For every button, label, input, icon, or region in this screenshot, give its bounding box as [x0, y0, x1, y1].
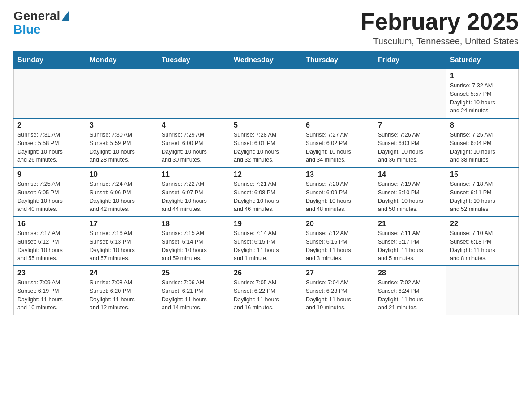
calendar-day-cell: 16Sunrise: 7:17 AM Sunset: 6:12 PM Dayli…: [14, 217, 86, 266]
calendar-day-cell: 24Sunrise: 7:08 AM Sunset: 6:20 PM Dayli…: [86, 266, 158, 315]
day-sun-info: Sunrise: 7:16 AM Sunset: 6:13 PM Dayligh…: [90, 229, 154, 263]
calendar-day-cell: [86, 69, 158, 118]
month-title: February 2025: [360, 9, 519, 34]
calendar-day-cell: 13Sunrise: 7:20 AM Sunset: 6:09 PM Dayli…: [302, 167, 374, 217]
calendar-week-row: 23Sunrise: 7:09 AM Sunset: 6:19 PM Dayli…: [14, 266, 519, 315]
day-sun-info: Sunrise: 7:12 AM Sunset: 6:16 PM Dayligh…: [306, 229, 370, 263]
calendar-week-row: 1Sunrise: 7:32 AM Sunset: 5:57 PM Daylig…: [14, 69, 519, 118]
day-sun-info: Sunrise: 7:18 AM Sunset: 6:11 PM Dayligh…: [450, 180, 515, 214]
day-sun-info: Sunrise: 7:28 AM Sunset: 6:01 PM Dayligh…: [234, 131, 298, 164]
logo-blue-text: Blue: [13, 22, 69, 37]
day-number: 6: [306, 121, 370, 129]
calendar-day-cell: 23Sunrise: 7:09 AM Sunset: 6:19 PM Dayli…: [14, 266, 86, 315]
calendar-day-cell: [446, 266, 519, 315]
day-sun-info: Sunrise: 7:22 AM Sunset: 6:07 PM Dayligh…: [162, 180, 226, 214]
day-sun-info: Sunrise: 7:24 AM Sunset: 6:06 PM Dayligh…: [90, 180, 154, 214]
day-sun-info: Sunrise: 7:14 AM Sunset: 6:15 PM Dayligh…: [234, 229, 298, 263]
logo-general-text: General: [13, 9, 60, 23]
calendar-day-cell: 5Sunrise: 7:28 AM Sunset: 6:01 PM Daylig…: [230, 118, 302, 167]
day-sun-info: Sunrise: 7:21 AM Sunset: 6:08 PM Dayligh…: [234, 180, 298, 214]
day-of-week-header: Tuesday: [158, 51, 230, 69]
calendar-day-cell: 26Sunrise: 7:05 AM Sunset: 6:22 PM Dayli…: [230, 266, 302, 315]
calendar-day-cell: 28Sunrise: 7:02 AM Sunset: 6:24 PM Dayli…: [374, 266, 446, 315]
day-number: 11: [162, 171, 226, 179]
calendar-day-cell: 3Sunrise: 7:30 AM Sunset: 5:59 PM Daylig…: [86, 118, 158, 167]
calendar-day-cell: [14, 69, 86, 118]
day-number: 3: [90, 121, 154, 129]
day-number: 15: [450, 171, 515, 179]
calendar-day-cell: 10Sunrise: 7:24 AM Sunset: 6:06 PM Dayli…: [86, 167, 158, 217]
day-sun-info: Sunrise: 7:32 AM Sunset: 5:57 PM Dayligh…: [450, 81, 515, 115]
day-sun-info: Sunrise: 7:15 AM Sunset: 6:14 PM Dayligh…: [162, 229, 226, 263]
day-sun-info: Sunrise: 7:02 AM Sunset: 6:24 PM Dayligh…: [378, 278, 442, 312]
day-number: 23: [17, 269, 82, 277]
calendar-week-row: 9Sunrise: 7:25 AM Sunset: 6:05 PM Daylig…: [14, 167, 519, 217]
day-sun-info: Sunrise: 7:29 AM Sunset: 6:00 PM Dayligh…: [162, 131, 226, 164]
day-sun-info: Sunrise: 7:10 AM Sunset: 6:18 PM Dayligh…: [450, 229, 515, 263]
calendar-header: SundayMondayTuesdayWednesdayThursdayFrid…: [14, 51, 519, 69]
calendar-day-cell: [302, 69, 374, 118]
day-sun-info: Sunrise: 7:06 AM Sunset: 6:21 PM Dayligh…: [162, 278, 226, 312]
day-of-week-header: Saturday: [446, 51, 519, 69]
calendar-day-cell: 17Sunrise: 7:16 AM Sunset: 6:13 PM Dayli…: [86, 217, 158, 266]
calendar-day-cell: [158, 69, 230, 118]
calendar-day-cell: 22Sunrise: 7:10 AM Sunset: 6:18 PM Dayli…: [446, 217, 519, 266]
day-number: 22: [450, 220, 515, 228]
calendar-day-cell: [374, 69, 446, 118]
logo: General Blue: [13, 9, 69, 37]
day-sun-info: Sunrise: 7:25 AM Sunset: 6:04 PM Dayligh…: [450, 131, 515, 164]
day-number: 2: [17, 121, 82, 129]
calendar-day-cell: 11Sunrise: 7:22 AM Sunset: 6:07 PM Dayli…: [158, 167, 230, 217]
day-number: 13: [306, 171, 370, 179]
calendar-week-row: 16Sunrise: 7:17 AM Sunset: 6:12 PM Dayli…: [14, 217, 519, 266]
calendar-day-cell: 7Sunrise: 7:26 AM Sunset: 6:03 PM Daylig…: [374, 118, 446, 167]
day-sun-info: Sunrise: 7:27 AM Sunset: 6:02 PM Dayligh…: [306, 131, 370, 164]
day-number: 10: [90, 171, 154, 179]
day-sun-info: Sunrise: 7:30 AM Sunset: 5:59 PM Dayligh…: [90, 131, 154, 164]
day-number: 20: [306, 220, 370, 228]
calendar-body: 1Sunrise: 7:32 AM Sunset: 5:57 PM Daylig…: [14, 69, 519, 315]
calendar-day-cell: 19Sunrise: 7:14 AM Sunset: 6:15 PM Dayli…: [230, 217, 302, 266]
day-sun-info: Sunrise: 7:05 AM Sunset: 6:22 PM Dayligh…: [234, 278, 298, 312]
day-number: 9: [17, 171, 82, 179]
day-number: 1: [450, 72, 515, 80]
calendar-day-cell: 27Sunrise: 7:04 AM Sunset: 6:23 PM Dayli…: [302, 266, 374, 315]
day-sun-info: Sunrise: 7:26 AM Sunset: 6:03 PM Dayligh…: [378, 131, 442, 164]
calendar-week-row: 2Sunrise: 7:31 AM Sunset: 5:58 PM Daylig…: [14, 118, 519, 167]
day-number: 5: [234, 121, 298, 129]
day-sun-info: Sunrise: 7:20 AM Sunset: 6:09 PM Dayligh…: [306, 180, 370, 214]
day-number: 19: [234, 220, 298, 228]
day-sun-info: Sunrise: 7:17 AM Sunset: 6:12 PM Dayligh…: [17, 229, 82, 263]
calendar-day-cell: 9Sunrise: 7:25 AM Sunset: 6:05 PM Daylig…: [14, 167, 86, 217]
day-number: 7: [378, 121, 442, 129]
day-sun-info: Sunrise: 7:25 AM Sunset: 6:05 PM Dayligh…: [17, 180, 82, 214]
location-subtitle: Tusculum, Tennessee, United States: [360, 36, 519, 47]
calendar-day-cell: 18Sunrise: 7:15 AM Sunset: 6:14 PM Dayli…: [158, 217, 230, 266]
title-block: February 2025 Tusculum, Tennessee, Unite…: [360, 9, 519, 47]
day-number: 8: [450, 121, 515, 129]
day-sun-info: Sunrise: 7:11 AM Sunset: 6:17 PM Dayligh…: [378, 229, 442, 263]
calendar-day-cell: [230, 69, 302, 118]
day-number: 18: [162, 220, 226, 228]
day-of-week-header: Friday: [374, 51, 446, 69]
day-sun-info: Sunrise: 7:04 AM Sunset: 6:23 PM Dayligh…: [306, 278, 370, 312]
day-of-week-header: Wednesday: [230, 51, 302, 69]
calendar-table: SundayMondayTuesdayWednesdayThursdayFrid…: [13, 51, 519, 315]
calendar-day-cell: 20Sunrise: 7:12 AM Sunset: 6:16 PM Dayli…: [302, 217, 374, 266]
page-header: General Blue February 2025 Tusculum, Ten…: [13, 9, 519, 47]
day-number: 17: [90, 220, 154, 228]
logo-arrow-icon: [61, 11, 69, 21]
day-number: 21: [378, 220, 442, 228]
day-of-week-header: Thursday: [302, 51, 374, 69]
calendar-day-cell: 6Sunrise: 7:27 AM Sunset: 6:02 PM Daylig…: [302, 118, 374, 167]
day-number: 14: [378, 171, 442, 179]
day-number: 12: [234, 171, 298, 179]
day-sun-info: Sunrise: 7:09 AM Sunset: 6:19 PM Dayligh…: [17, 278, 82, 312]
day-of-week-header: Sunday: [14, 51, 86, 69]
calendar-day-cell: 25Sunrise: 7:06 AM Sunset: 6:21 PM Dayli…: [158, 266, 230, 315]
day-number: 26: [234, 269, 298, 277]
day-sun-info: Sunrise: 7:31 AM Sunset: 5:58 PM Dayligh…: [17, 131, 82, 164]
day-number: 27: [306, 269, 370, 277]
day-of-week-header: Monday: [86, 51, 158, 69]
day-sun-info: Sunrise: 7:19 AM Sunset: 6:10 PM Dayligh…: [378, 180, 442, 214]
